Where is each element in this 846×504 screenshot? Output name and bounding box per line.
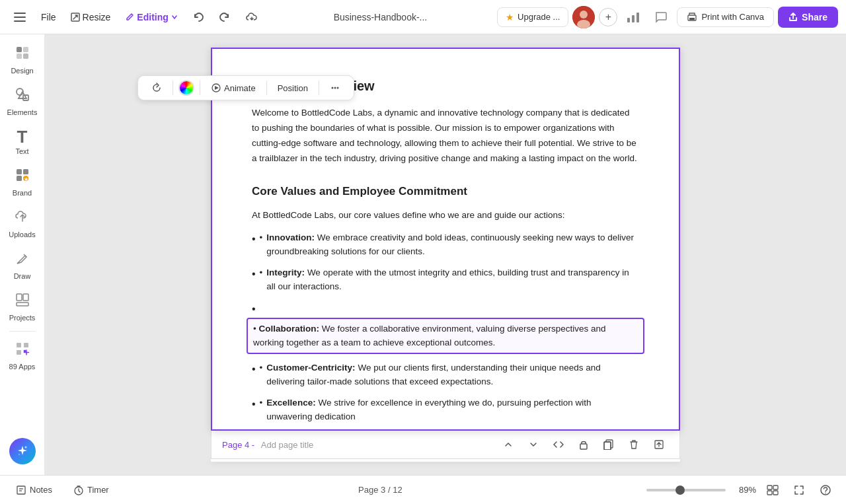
- draw-icon: [15, 250, 30, 270]
- svg-rect-12: [17, 47, 22, 52]
- page-duplicate-button[interactable]: [599, 435, 619, 454]
- svg-rect-2: [14, 20, 26, 22]
- integrity-text: We operate with the utmost integrity and…: [266, 268, 629, 292]
- undo-button[interactable]: [187, 5, 211, 29]
- floating-toolbar: Animate Position: [137, 75, 354, 100]
- animate-icon: [211, 83, 221, 93]
- sidebar-item-text[interactable]: T Text: [3, 123, 42, 161]
- redo-button[interactable]: [212, 5, 236, 29]
- undo-icon: [193, 11, 205, 23]
- page-move-down-button[interactable]: [523, 435, 543, 454]
- svg-point-35: [331, 87, 333, 89]
- list-item-collaboration[interactable]: • Collaboration: We foster a collaborati…: [252, 301, 639, 354]
- svg-rect-18: [17, 169, 22, 174]
- zoom-level: 89%: [732, 485, 756, 495]
- svg-point-36: [334, 87, 336, 89]
- sidebar-item-projects-label: Projects: [9, 314, 36, 322]
- share-icon: [788, 13, 798, 22]
- excellence-title: Excellence:: [266, 398, 315, 408]
- svg-rect-47: [767, 486, 772, 489]
- sidebar-item-apps[interactable]: 89 Apps: [3, 336, 42, 376]
- page-code-button[interactable]: [549, 435, 568, 454]
- refresh-button[interactable]: [146, 80, 167, 96]
- svg-rect-50: [773, 491, 778, 495]
- svg-rect-49: [767, 491, 772, 495]
- svg-rect-15: [23, 54, 28, 59]
- bottom-right-controls: 89%: [646, 480, 835, 500]
- projects-icon: [15, 292, 30, 312]
- canvas-area[interactable]: Animate Position Company Overview Welcom…: [45, 34, 846, 475]
- chevron-up-icon: [504, 440, 513, 449]
- notes-button[interactable]: Notes: [11, 482, 58, 498]
- collaboration-highlight-box[interactable]: • Collaboration: We foster a collaborati…: [247, 318, 644, 354]
- resize-button[interactable]: Resize: [65, 8, 116, 26]
- svg-rect-23: [17, 294, 22, 301]
- svg-rect-1: [14, 17, 26, 18]
- sidebar-item-uploads[interactable]: Uploads: [3, 203, 42, 244]
- grid-view-icon: [767, 485, 779, 495]
- toolbar-divider-1: [173, 81, 173, 95]
- intro-paragraph: Welcome to BottledCode Labs, a dynamic a…: [252, 106, 639, 166]
- share-button[interactable]: Share: [778, 7, 838, 28]
- design-icon: [15, 45, 30, 65]
- help-icon: [820, 484, 831, 496]
- brand-icon: ★: [15, 167, 30, 187]
- top-toolbar: File Resize Editing: [0, 0, 846, 34]
- ai-sparkle-icon: [16, 445, 29, 458]
- print-icon: [687, 12, 697, 22]
- page-label: Page 4 - Add page title: [222, 440, 493, 450]
- more-options-button[interactable]: [325, 80, 346, 96]
- page-canvas[interactable]: Company Overview Welcome to BottledCode …: [211, 48, 680, 431]
- duplicate-icon: [603, 439, 614, 450]
- sidebar-item-design-label: Design: [11, 67, 33, 75]
- timer-button[interactable]: Timer: [68, 482, 114, 498]
- editing-button[interactable]: Editing: [120, 8, 182, 26]
- comments-button[interactable]: [649, 5, 673, 29]
- page-delete-button[interactable]: [624, 435, 644, 454]
- core-values-title: Core Values and Employee Commitment: [252, 182, 639, 200]
- color-wheel-button[interactable]: [178, 80, 194, 96]
- animate-button[interactable]: Animate: [206, 80, 261, 96]
- toolbar-divider-3: [266, 81, 267, 95]
- page-share-button[interactable]: [649, 435, 669, 454]
- sidebar-item-brand[interactable]: ★ Brand: [3, 162, 42, 202]
- zoom-slider[interactable]: [646, 489, 726, 491]
- grid-view-button[interactable]: [763, 480, 783, 500]
- svg-rect-14: [17, 54, 22, 59]
- list-item-innovation: • Innovation: We embrace creativity and …: [252, 231, 639, 259]
- svg-rect-24: [23, 294, 28, 301]
- sidebar-item-projects[interactable]: Projects: [3, 287, 42, 327]
- edit-pencil-icon: [125, 13, 134, 22]
- sidebar-item-elements[interactable]: Elements: [3, 81, 42, 122]
- page-lock-button[interactable]: [574, 435, 594, 454]
- file-menu-button[interactable]: File: [36, 8, 61, 26]
- sidebar-item-draw-label: Draw: [14, 272, 31, 280]
- svg-point-32: [24, 447, 26, 449]
- user-avatar[interactable]: [572, 6, 595, 28]
- page-move-up-button[interactable]: [498, 435, 518, 454]
- hamburger-button[interactable]: [8, 5, 32, 29]
- print-button[interactable]: Print with Canva: [677, 7, 774, 27]
- bottom-left-controls: Notes Timer: [11, 482, 114, 498]
- list-item-excellence: • Excellence: We strive for excellence i…: [252, 396, 639, 424]
- svg-rect-0: [14, 13, 26, 14]
- ai-magic-button[interactable]: [9, 438, 36, 464]
- chevron-down-icon: [529, 440, 538, 449]
- upgrade-button[interactable]: ★ Upgrade ...: [497, 7, 568, 27]
- cloud-save-button[interactable]: [240, 5, 264, 29]
- sidebar-item-draw[interactable]: Draw: [3, 245, 42, 285]
- values-list: • Innovation: We embrace creativity and …: [252, 231, 639, 425]
- fit-view-button[interactable]: [789, 480, 809, 500]
- position-button[interactable]: Position: [272, 81, 313, 96]
- svg-text:★: ★: [24, 176, 28, 182]
- toolbar-divider-2: [200, 81, 200, 95]
- page-title-placeholder[interactable]: Add page title: [261, 440, 314, 450]
- uploads-icon: [15, 209, 30, 229]
- help-button[interactable]: [816, 480, 835, 500]
- charts-button[interactable]: [621, 5, 645, 29]
- redo-icon: [218, 11, 230, 23]
- sidebar-item-design[interactable]: Design: [3, 40, 42, 80]
- document-title: Business-Handbook-...: [334, 12, 428, 22]
- add-collaborator-button[interactable]: +: [599, 8, 617, 26]
- sidebar-item-uploads-label: Uploads: [9, 231, 35, 238]
